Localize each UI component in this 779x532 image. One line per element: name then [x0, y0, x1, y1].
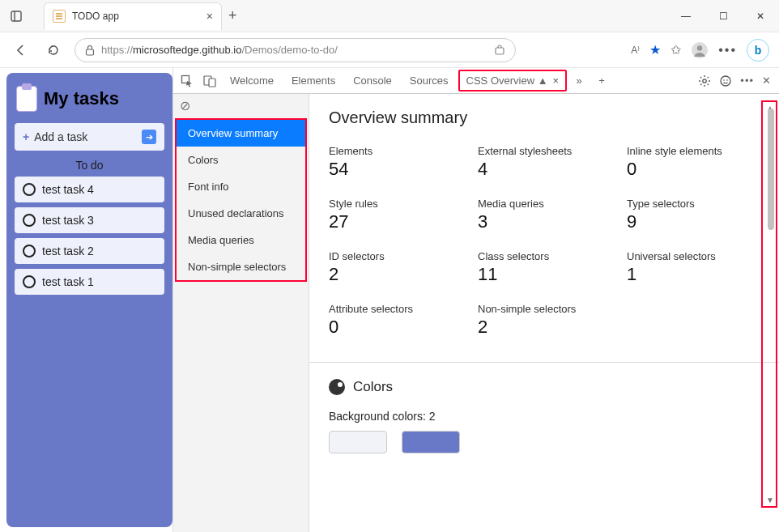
menu-icon[interactable]: •••	[718, 43, 737, 57]
section-label: To do	[13, 159, 166, 172]
stat-universal-selectors: Universal selectors1	[627, 250, 760, 285]
maximize-button[interactable]: ☐	[705, 0, 742, 32]
device-toggle-icon[interactable]	[199, 70, 220, 92]
stat-id-selectors: ID selectors2	[329, 250, 462, 285]
radio-icon[interactable]	[23, 214, 36, 227]
tab-sources[interactable]: Sources	[402, 70, 457, 92]
svg-rect-8	[209, 79, 215, 87]
color-swatches	[329, 431, 760, 453]
task-item[interactable]: test task 1	[15, 269, 164, 295]
palette-icon	[329, 379, 345, 395]
profile-icon[interactable]	[691, 41, 709, 59]
url-text: https://microsoftedge.github.io/Demos/de…	[101, 44, 487, 56]
radio-icon[interactable]	[23, 275, 36, 288]
window-titlebar: TODO app × + — ☐ ✕	[0, 0, 779, 32]
tab-favicon	[53, 10, 66, 23]
stat-media-queries: Media queries3	[478, 198, 611, 232]
back-button[interactable]	[10, 39, 32, 62]
sidebar-item-font[interactable]: Font info	[177, 173, 305, 200]
tab-title: TODO app	[72, 11, 200, 22]
page-title: Overview summary	[329, 109, 760, 127]
svg-rect-2	[87, 49, 94, 55]
tab-console[interactable]: Console	[345, 70, 400, 92]
add-task-input[interactable]: + Add a task ➔	[15, 123, 164, 151]
task-item[interactable]: test task 3	[15, 207, 164, 233]
stat-type-selectors: Type selectors9	[627, 198, 760, 232]
sidebar-item-media[interactable]: Media queries	[177, 227, 305, 253]
svg-rect-0	[11, 11, 21, 21]
stat-non-simple-selectors: Non-simple selectors2	[478, 303, 611, 338]
browser-tab[interactable]: TODO app ×	[44, 2, 222, 30]
close-window-button[interactable]: ✕	[742, 0, 779, 32]
read-aloud-icon[interactable]: A⁾	[631, 45, 640, 56]
scrollbar-thumb[interactable]	[768, 109, 774, 230]
radio-icon[interactable]	[23, 245, 36, 257]
address-bar: https://microsoftedge.github.io/Demos/de…	[0, 32, 779, 68]
tab-actions-icon[interactable]	[0, 11, 32, 22]
radio-icon[interactable]	[23, 183, 36, 196]
plus-icon: +	[23, 130, 29, 143]
refresh-button[interactable]	[42, 39, 65, 62]
tab-welcome[interactable]: Welcome	[222, 70, 282, 92]
app-header: My tasks	[13, 81, 166, 123]
lock-icon	[85, 45, 95, 56]
more-tabs-icon[interactable]: »	[568, 70, 590, 92]
color-swatch[interactable]	[402, 431, 460, 453]
todo-app-panel: My tasks + Add a task ➔ To do test task …	[6, 73, 172, 527]
close-tab-icon[interactable]: ×	[553, 74, 560, 87]
close-devtools-icon[interactable]: ✕	[762, 74, 771, 87]
css-overview-main: Overview summary Elements54 External sty…	[309, 94, 779, 532]
svg-rect-3	[496, 48, 504, 54]
favorites-bar-icon[interactable]: ✩	[670, 42, 681, 57]
stat-external-stylesheets: External stylesheets4	[478, 145, 611, 180]
submit-task-button[interactable]: ➔	[142, 130, 156, 144]
stat-class-selectors: Class selectors11	[478, 250, 611, 285]
settings-icon[interactable]	[698, 74, 711, 87]
sidebar-item-unused[interactable]: Unused declarations	[177, 200, 305, 227]
stat-elements: Elements54	[329, 145, 462, 180]
url-input[interactable]: https://microsoftedge.github.io/Demos/de…	[74, 38, 516, 62]
window-controls: — ☐ ✕	[667, 0, 779, 32]
add-tab-icon[interactable]: +	[591, 70, 612, 92]
divider	[309, 362, 779, 363]
bing-chat-icon[interactable]: b	[747, 39, 769, 62]
stat-attribute-selectors: Attribute selectors0	[329, 303, 462, 338]
devtools-panel: Welcome Elements Console Sources CSS Ove…	[172, 68, 779, 532]
more-icon[interactable]: •••	[740, 74, 754, 87]
shopping-icon[interactable]	[494, 45, 505, 56]
close-tab-icon[interactable]: ×	[206, 10, 213, 23]
css-overview-sidebar: ⊘ Overview summary Colors Font info Unus…	[173, 94, 309, 532]
task-item[interactable]: test task 2	[15, 238, 164, 264]
sidebar-item-colors[interactable]: Colors	[177, 147, 305, 173]
color-swatch[interactable]	[329, 431, 387, 453]
stats-grid: Elements54 External stylesheets4 Inline …	[329, 145, 760, 338]
add-task-label: Add a task	[34, 130, 87, 143]
clear-overview-icon[interactable]: ⊘	[173, 94, 196, 117]
scroll-down-icon[interactable]: ▼	[766, 496, 774, 504]
bg-colors-label: Background colors: 2	[329, 410, 760, 423]
task-item[interactable]: test task 4	[15, 177, 164, 202]
svg-point-9	[703, 79, 706, 82]
stat-style-rules: Style rules27	[329, 198, 462, 232]
favorite-icon[interactable]: ★	[649, 42, 661, 57]
minimize-button[interactable]: —	[667, 0, 705, 32]
inspect-icon[interactable]	[177, 70, 198, 92]
clipboard-icon	[16, 86, 37, 112]
sidebar-item-overview[interactable]: Overview summary	[177, 120, 305, 147]
svg-point-11	[724, 79, 726, 81]
svg-point-5	[697, 45, 702, 50]
tab-css-overview[interactable]: CSS Overview ▲×	[458, 70, 568, 92]
tab-elements[interactable]: Elements	[283, 70, 343, 92]
sidebar-item-nonsimple[interactable]: Non-simple selectors	[177, 253, 305, 280]
new-tab-button[interactable]: +	[228, 7, 237, 24]
svg-point-10	[721, 76, 730, 86]
app-title: My tasks	[44, 88, 119, 109]
svg-point-12	[727, 79, 729, 81]
devtools-tabstrip: Welcome Elements Console Sources CSS Ove…	[173, 68, 779, 94]
feedback-icon[interactable]	[719, 74, 732, 87]
stat-inline-style: Inline style elements0	[627, 145, 760, 180]
colors-heading: Colors	[329, 379, 760, 395]
